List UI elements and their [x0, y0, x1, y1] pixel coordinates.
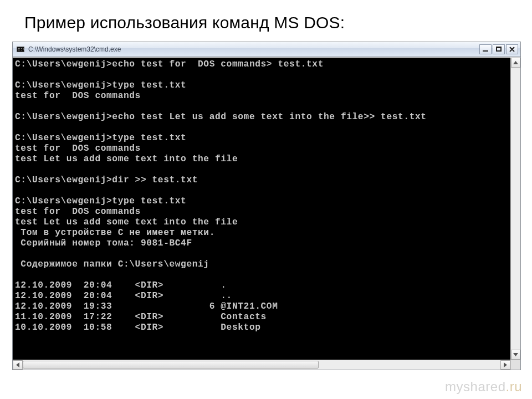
terminal-line: test for DOS commands [15, 207, 508, 217]
terminal-line: Содержимое папки C:\Users\ewgenij [15, 259, 508, 270]
terminal-output[interactable]: C:\Users\ewgenij>echo test for DOS comma… [13, 58, 510, 360]
terminal-line: C:\Users\ewgenij>type test.txt [15, 133, 508, 144]
minimize-button[interactable] [479, 44, 492, 54]
watermark: myshared.ru [445, 379, 522, 395]
terminal-line: test Let us add some text into the file [15, 217, 508, 228]
terminal-line [15, 101, 508, 112]
cmd-window: C:\Windows\system32\cmd.exe C:\Users\ewg… [12, 42, 521, 370]
terminal-line [15, 249, 508, 259]
terminal-line: test for DOS commands [15, 91, 508, 101]
window-title: C:\Windows\system32\cmd.exe [28, 45, 121, 53]
terminal-area: C:\Users\ewgenij>echo test for DOS comma… [13, 57, 520, 360]
terminal-line: 11.10.2009 17:22 <DIR> Contacts [15, 312, 508, 323]
terminal-line: C:\Users\ewgenij>dir >> test.txt [15, 175, 508, 186]
window-controls [479, 44, 518, 54]
terminal-line [15, 270, 508, 280]
maximize-button[interactable] [493, 44, 505, 54]
terminal-line: Том в устройстве C не имеет метки. [15, 228, 508, 238]
horizontal-scrollbar[interactable] [13, 360, 520, 370]
terminal-line: 12.10.2009 20:04 <DIR> .. [15, 291, 508, 301]
terminal-line: C:\Users\ewgenij>echo test Let us add so… [15, 112, 508, 122]
scroll-left-button[interactable] [13, 360, 23, 370]
terminal-line: test for DOS commands [15, 144, 508, 154]
vertical-scroll-track[interactable] [511, 68, 520, 350]
page-heading: Пример использования команд MS DOS: [24, 13, 345, 32]
terminal-line: test Let us add some text into the file [15, 154, 508, 165]
terminal-line [15, 122, 508, 133]
terminal-line [15, 186, 508, 196]
terminal-line: C:\Users\ewgenij>type test.txt [15, 80, 508, 91]
terminal-line: C:\Users\ewgenij>echo test for DOS comma… [15, 59, 508, 70]
vertical-scrollbar[interactable] [510, 58, 520, 360]
terminal-line: Серийный номер тома: 9081-BC4F [15, 238, 508, 249]
titlebar[interactable]: C:\Windows\system32\cmd.exe [13, 42, 520, 57]
scroll-right-button[interactable] [500, 360, 510, 370]
scrollbar-corner [510, 360, 520, 370]
scroll-down-button[interactable] [511, 350, 520, 360]
scroll-up-button[interactable] [511, 58, 520, 68]
terminal-line: 12.10.2009 19:33 6 @INT21.COM [15, 301, 508, 312]
terminal-line [15, 70, 508, 80]
terminal-line [15, 165, 508, 175]
cmd-icon [16, 45, 25, 54]
terminal-line: 12.10.2009 20:04 <DIR> . [15, 280, 508, 291]
terminal-line: C:\Users\ewgenij>type test.txt [15, 196, 508, 207]
horizontal-scroll-thumb[interactable] [23, 361, 319, 369]
terminal-line: 10.10.2009 10:58 <DIR> Desktop [15, 323, 508, 333]
close-button[interactable] [506, 44, 518, 54]
horizontal-scroll-track[interactable] [23, 360, 500, 370]
